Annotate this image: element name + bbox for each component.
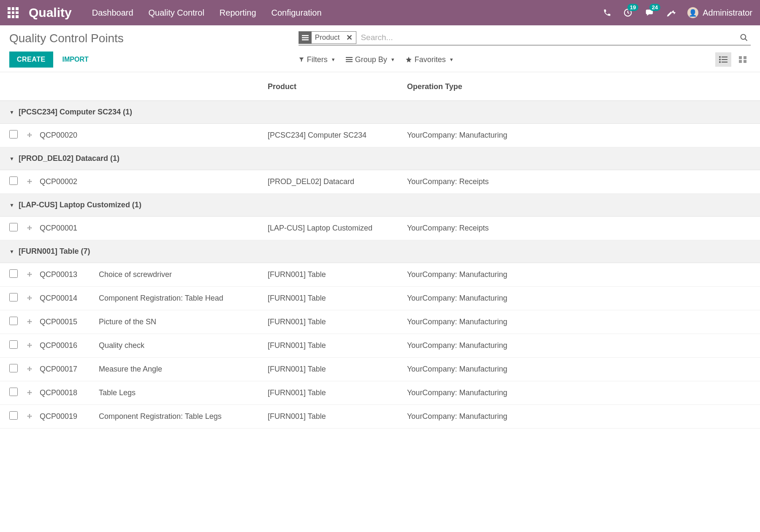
table-row[interactable]: QCP00019Component Registration: Table Le… <box>0 405 760 429</box>
cell-reference: QCP00013 <box>40 270 99 279</box>
nav-quality-control[interactable]: Quality Control <box>149 8 204 18</box>
svg-rect-3 <box>302 39 309 41</box>
cell-product: [PROD_DEL02] Datacard <box>268 177 407 186</box>
cell-reference: QCP00017 <box>40 365 99 374</box>
svg-rect-5 <box>346 57 353 58</box>
messages-icon[interactable]: 24 <box>644 8 654 17</box>
table-row[interactable]: QCP00020[PCSC234] Computer SC234YourComp… <box>0 124 760 147</box>
app-brand[interactable]: Quality <box>29 5 72 20</box>
svg-rect-6 <box>346 59 353 60</box>
row-checkbox[interactable] <box>9 293 18 301</box>
row-checkbox[interactable] <box>9 411 18 420</box>
cell-title: Measure the Angle <box>99 365 268 374</box>
page-title: Quality Control Points <box>9 32 299 45</box>
cell-reference: QCP00016 <box>40 341 99 350</box>
drag-handle-icon[interactable] <box>26 390 40 396</box>
svg-rect-17 <box>744 60 746 63</box>
group-label: [PCSC234] Computer SC234 (1) <box>19 108 132 117</box>
nav-dashboard[interactable]: Dashboard <box>92 8 133 18</box>
cell-title: Quality check <box>99 341 268 350</box>
nav-right: 19 24 👤 Administrator <box>603 7 752 18</box>
user-name: Administrator <box>703 8 752 18</box>
facet-label: Product <box>312 32 343 43</box>
drag-handle-icon[interactable] <box>26 342 40 349</box>
cell-product: [FURN001] Table <box>268 365 407 374</box>
cell-product: [FURN001] Table <box>268 412 407 421</box>
drag-handle-icon[interactable] <box>26 413 40 420</box>
row-checkbox[interactable] <box>9 223 18 231</box>
cell-operation: YourCompany: Receipts <box>407 177 751 186</box>
drag-handle-icon[interactable] <box>26 225 40 232</box>
cell-product: [FURN001] Table <box>268 294 407 303</box>
row-checkbox[interactable] <box>9 364 18 372</box>
caret-down-icon: ▼ <box>9 109 14 115</box>
group-row[interactable]: ▼[PROD_DEL02] Datacard (1) <box>0 147 760 170</box>
table-row[interactable]: QCP00015Picture of the SN[FURN001] Table… <box>0 310 760 334</box>
phone-icon[interactable] <box>603 8 611 17</box>
create-button[interactable]: CREATE <box>9 52 53 68</box>
facet-remove[interactable]: ✕ <box>343 32 356 43</box>
import-button[interactable]: IMPORT <box>62 56 89 63</box>
activities-icon[interactable]: 19 <box>623 8 632 17</box>
svg-rect-7 <box>346 61 353 62</box>
table-row[interactable]: QCP00018Table Legs[FURN001] TableYourCom… <box>0 381 760 405</box>
group-label: [LAP-CUS] Laptop Customized (1) <box>19 201 141 209</box>
list-header: Product Operation Type <box>0 72 760 101</box>
group-row[interactable]: ▼[PCSC234] Computer SC234 (1) <box>0 101 760 124</box>
drag-handle-icon[interactable] <box>26 295 40 302</box>
navbar: Quality Dashboard Quality Control Report… <box>0 0 760 25</box>
favorites-dropdown[interactable]: Favorites ▼ <box>405 55 454 64</box>
caret-down-icon: ▼ <box>9 156 14 162</box>
filters-dropdown[interactable]: Filters ▼ <box>299 55 336 64</box>
search-facet-product: Product ✕ <box>299 31 357 44</box>
drag-handle-icon[interactable] <box>26 366 40 373</box>
row-checkbox[interactable] <box>9 340 18 349</box>
table-row[interactable]: QCP00002[PROD_DEL02] DatacardYourCompany… <box>0 170 760 194</box>
messages-badge: 24 <box>649 4 660 11</box>
cell-title: Table Legs <box>99 388 268 397</box>
search-icon[interactable] <box>737 33 751 42</box>
control-panel: Quality Control Points Product ✕ CREATE … <box>0 25 760 72</box>
svg-point-4 <box>741 35 746 40</box>
cell-product: [PCSC234] Computer SC234 <box>268 131 407 140</box>
row-checkbox[interactable] <box>9 317 18 325</box>
table-row[interactable]: QCP00016Quality check[FURN001] TableYour… <box>0 334 760 358</box>
cell-reference: QCP00014 <box>40 294 99 303</box>
row-checkbox[interactable] <box>9 130 18 138</box>
caret-down-icon: ▼ <box>449 57 454 62</box>
view-kanban-button[interactable] <box>735 52 751 67</box>
svg-rect-11 <box>722 59 727 60</box>
group-row[interactable]: ▼[FURN001] Table (7) <box>0 240 760 263</box>
table-row[interactable]: QCP00017Measure the Angle[FURN001] Table… <box>0 358 760 381</box>
group-row[interactable]: ▼[LAP-CUS] Laptop Customized (1) <box>0 194 760 217</box>
settings-icon[interactable] <box>666 8 676 17</box>
col-header-operation[interactable]: Operation Type <box>407 82 751 91</box>
apps-icon[interactable] <box>8 7 19 18</box>
cell-reference: QCP00001 <box>40 224 99 233</box>
row-checkbox[interactable] <box>9 176 18 185</box>
group-label: [PROD_DEL02] Datacard (1) <box>19 154 119 163</box>
search-bar: Product ✕ <box>299 31 751 46</box>
drag-handle-icon[interactable] <box>26 132 40 139</box>
drag-handle-icon[interactable] <box>26 179 40 185</box>
col-header-product[interactable]: Product <box>268 82 407 91</box>
row-checkbox[interactable] <box>9 269 18 278</box>
cell-operation: YourCompany: Manufacturing <box>407 365 751 374</box>
table-row[interactable]: QCP00001[LAP-CUS] Laptop CustomizedYourC… <box>0 217 760 240</box>
groupby-dropdown[interactable]: Group By ▼ <box>346 55 395 64</box>
cell-product: [LAP-CUS] Laptop Customized <box>268 224 407 233</box>
cell-title: Component Registration: Table Head <box>99 294 268 303</box>
user-menu[interactable]: 👤 Administrator <box>687 7 752 18</box>
cell-title: Picture of the SN <box>99 318 268 326</box>
cell-operation: YourCompany: Manufacturing <box>407 294 751 303</box>
cell-operation: YourCompany: Manufacturing <box>407 318 751 326</box>
table-row[interactable]: QCP00013Choice of screwdriver[FURN001] T… <box>0 263 760 287</box>
drag-handle-icon[interactable] <box>26 319 40 326</box>
search-input[interactable] <box>356 31 737 44</box>
nav-configuration[interactable]: Configuration <box>271 8 322 18</box>
row-checkbox[interactable] <box>9 388 18 396</box>
view-list-button[interactable] <box>715 52 731 67</box>
nav-reporting[interactable]: Reporting <box>220 8 256 18</box>
drag-handle-icon[interactable] <box>26 271 40 278</box>
table-row[interactable]: QCP00014Component Registration: Table He… <box>0 287 760 310</box>
